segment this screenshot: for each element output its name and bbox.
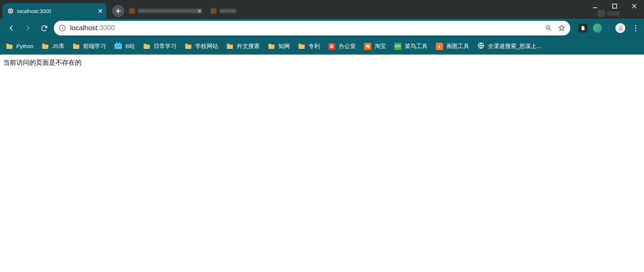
bookmark-item[interactable]: ▲画图工具 bbox=[436, 43, 469, 50]
favicon-icon bbox=[211, 8, 216, 14]
bookmark-label: 专利 bbox=[309, 43, 320, 50]
browser-menu-button[interactable] bbox=[631, 25, 640, 31]
bookmark-icon bbox=[143, 43, 150, 50]
svg-point-6 bbox=[119, 46, 120, 46]
bookmark-label: 外文搜索 bbox=[237, 43, 260, 50]
extension-pdf-icon[interactable] bbox=[578, 24, 587, 33]
url-host: localhost bbox=[70, 24, 97, 32]
bookmark-label: 日常学习 bbox=[154, 43, 176, 50]
bookmark-icon bbox=[477, 42, 485, 50]
bookmark-label: 学校网站 bbox=[195, 43, 218, 50]
url-text: localhost:3000 bbox=[70, 24, 115, 32]
bookmark-label: 全渠道搜索_思谋上... bbox=[488, 43, 541, 50]
tab-inactive[interactable] bbox=[206, 3, 251, 19]
new-tab-button[interactable] bbox=[112, 5, 124, 17]
bookmark-icon bbox=[185, 43, 192, 50]
close-window-button[interactable] bbox=[624, 0, 644, 12]
plus-icon bbox=[115, 8, 121, 14]
browser-toolbar: localhost:3000 🐰 bbox=[0, 19, 644, 37]
bookmark-item[interactable]: JS库 bbox=[42, 43, 64, 50]
tab-strip: localhost:3000 bbox=[0, 0, 251, 19]
bookmark-label: Python bbox=[16, 43, 33, 49]
close-icon[interactable] bbox=[98, 9, 102, 13]
back-button[interactable] bbox=[4, 21, 19, 35]
bookmark-label: 淘宝 bbox=[375, 43, 386, 50]
window-titlebar: localhost:3000 bbox=[0, 0, 644, 19]
bookmark-icon bbox=[114, 42, 122, 50]
bookmark-label: 知网 bbox=[278, 43, 290, 50]
bookmark-icon: 团 bbox=[328, 43, 335, 50]
bookmark-icon bbox=[6, 43, 13, 50]
bookmark-label: 办公室 bbox=[339, 43, 356, 50]
bookmark-star-icon[interactable] bbox=[558, 24, 565, 32]
bookmark-item[interactable]: 学校网站 bbox=[185, 43, 218, 50]
reload-button[interactable] bbox=[37, 21, 51, 35]
zoom-icon[interactable] bbox=[545, 24, 552, 32]
bookmark-icon bbox=[298, 43, 305, 50]
bookmark-item[interactable]: 外文搜索 bbox=[226, 43, 260, 50]
tab-title-blurred bbox=[138, 9, 201, 13]
tab-title: localhost:3000 bbox=[17, 8, 51, 14]
bookmark-item[interactable]: 前端学习 bbox=[73, 43, 106, 50]
forward-button[interactable] bbox=[20, 21, 35, 35]
bookmark-icon: 淘 bbox=[364, 43, 371, 50]
omnibox-actions bbox=[545, 24, 565, 32]
svg-rect-4 bbox=[115, 44, 122, 49]
page-viewport: 当前访问的页面是不存在的 bbox=[0, 55, 644, 71]
bookmark-item[interactable]: 淘淘宝 bbox=[364, 43, 386, 50]
bookmark-icon bbox=[268, 43, 275, 50]
svg-rect-1 bbox=[613, 4, 617, 8]
bookmark-item[interactable]: B站 bbox=[114, 42, 135, 50]
bookmark-item[interactable]: Python bbox=[6, 43, 33, 50]
bookmark-icon: </> bbox=[394, 43, 401, 50]
bookmark-label: JS库 bbox=[52, 43, 64, 50]
tab-title-blurred bbox=[220, 9, 236, 13]
bookmark-item[interactable]: 知网 bbox=[268, 43, 290, 50]
bookmark-label: B站 bbox=[126, 43, 135, 50]
bookmark-item[interactable]: 团办公室 bbox=[328, 43, 356, 50]
site-info-icon[interactable] bbox=[59, 24, 66, 32]
tab-active[interactable]: localhost:3000 bbox=[2, 3, 106, 19]
url-port: :3000 bbox=[97, 24, 115, 32]
bookmark-icon bbox=[226, 43, 234, 50]
address-bar[interactable]: localhost:3000 bbox=[54, 21, 570, 35]
close-icon[interactable] bbox=[198, 9, 202, 13]
bookmarks-bar: PythonJS库前端学习B站日常学习学校网站外文搜索知网专利团办公室淘淘宝</… bbox=[0, 37, 644, 55]
bookmark-item[interactable]: </>菜鸟工具 bbox=[394, 43, 428, 50]
bookmark-icon: ▲ bbox=[436, 43, 443, 50]
svg-point-5 bbox=[116, 46, 117, 46]
titlebar-right-blurred bbox=[598, 10, 620, 17]
globe-icon bbox=[7, 8, 14, 14]
toolbar-divider bbox=[609, 24, 609, 33]
profile-avatar[interactable]: 🐰 bbox=[615, 23, 625, 33]
favicon-icon bbox=[129, 8, 135, 14]
bookmark-item[interactable]: 日常学习 bbox=[143, 43, 176, 50]
bookmark-label: 菜鸟工具 bbox=[405, 43, 428, 50]
bookmark-item[interactable]: 全渠道搜索_思谋上... bbox=[477, 42, 541, 50]
bookmark-icon bbox=[42, 43, 49, 50]
bookmark-icon bbox=[73, 43, 80, 50]
toolbar-right: 🐰 bbox=[573, 23, 640, 33]
tab-inactive[interactable] bbox=[124, 3, 206, 19]
extension-globe-icon[interactable] bbox=[593, 24, 602, 33]
page-body-text: 当前访问的页面是不存在的 bbox=[3, 59, 82, 66]
bookmark-item[interactable]: 专利 bbox=[298, 43, 320, 50]
bookmark-label: 前端学习 bbox=[83, 43, 106, 50]
bookmark-label: 画图工具 bbox=[446, 43, 469, 50]
